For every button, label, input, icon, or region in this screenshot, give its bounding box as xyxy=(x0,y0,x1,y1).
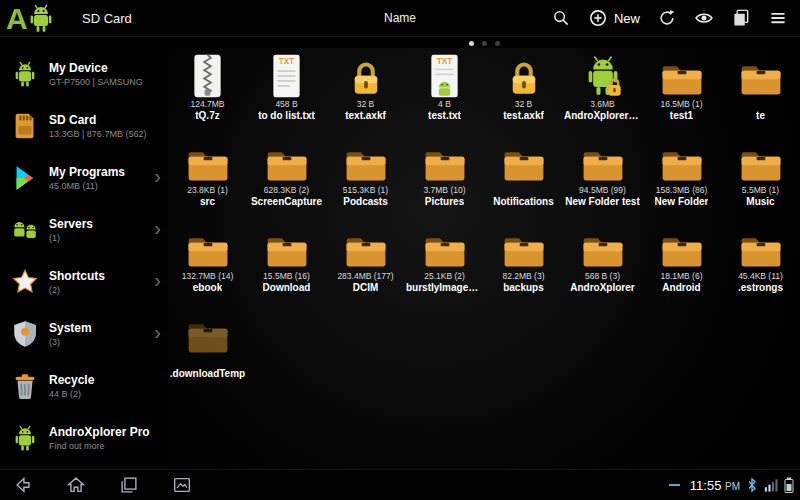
item-size: 124.7MB xyxy=(190,99,224,110)
folder-item[interactable]: 16.5MB (1)test1 xyxy=(642,48,721,134)
folder-icon xyxy=(501,221,547,271)
sidebar-item-system[interactable]: System(3)› xyxy=(0,308,168,360)
chevron-right-icon: › xyxy=(154,218,161,238)
file-item[interactable]: 32 Btest.axkf xyxy=(484,48,563,134)
folder-item[interactable]: 628.3KB (2)ScreenCapture xyxy=(247,134,326,220)
servers-icon xyxy=(10,215,40,245)
folder-item[interactable]: 82.2MB (3)backups xyxy=(484,220,563,306)
folder-icon xyxy=(343,135,389,185)
folder-item[interactable]: 5.5MB (1)Music xyxy=(721,134,800,220)
sidebar-item-text: Recycle44 B (2) xyxy=(49,373,94,399)
item-size: 32 B xyxy=(515,99,533,110)
sidebar-item-text: Shortcuts(2) xyxy=(49,269,105,295)
new-button-label: New xyxy=(614,11,640,26)
file-item[interactable]: TXT4 Btest.txt xyxy=(405,48,484,134)
status-area[interactable]: 11:55 PM xyxy=(669,477,800,493)
recents-button[interactable] xyxy=(118,474,140,496)
txt-android-icon: TXT xyxy=(428,49,461,99)
svg-text:TXT: TXT xyxy=(437,57,453,66)
sidebar-item-label: Shortcuts xyxy=(49,269,105,283)
item-size: 458 B xyxy=(275,99,297,110)
item-name: ebook xyxy=(193,282,222,294)
folder-item[interactable]: 283.4MB (177)DCIM xyxy=(326,220,405,306)
signal-icon xyxy=(764,478,778,493)
item-name: test1 xyxy=(670,110,693,122)
sdcard-icon xyxy=(10,111,40,141)
back-button[interactable] xyxy=(12,474,34,496)
sidebar-item-servers[interactable]: Servers(1)› xyxy=(0,204,168,256)
folder-item[interactable]: 515.3KB (1)Podcasts xyxy=(326,134,405,220)
file-item[interactable]: TXT458 Bto do list.txt xyxy=(247,48,326,134)
folder-item[interactable]: 25.1KB (2)burstlyImageCa... xyxy=(405,220,484,306)
trash-icon xyxy=(10,371,40,401)
sidebar-item-recycle[interactable]: Recycle44 B (2) xyxy=(0,360,168,412)
sidebar-item-sub: 44 B (2) xyxy=(49,389,94,399)
battery-icon xyxy=(784,477,794,493)
item-name: Notifications xyxy=(493,196,554,208)
file-item[interactable]: 124.7MBtQ.7z xyxy=(168,48,247,134)
folder-item[interactable]: 568 B (3)AndroXplorer xyxy=(563,220,642,306)
refresh-button[interactable] xyxy=(657,8,677,28)
folder-item[interactable]: te xyxy=(721,48,800,134)
folder-item[interactable]: Notifications xyxy=(484,134,563,220)
folder-item[interactable]: 18.1MB (6)Android xyxy=(642,220,721,306)
sidebar-item-androxplorer-pro[interactable]: AndroXplorer ProFind out more xyxy=(0,412,168,464)
page-dot-2[interactable] xyxy=(495,41,500,46)
top-bar: A SD Card Name xyxy=(0,0,800,37)
recents-icon xyxy=(118,474,140,496)
new-button[interactable]: New xyxy=(588,8,640,28)
item-size: 94.5MB (99) xyxy=(579,185,626,196)
page-dots xyxy=(168,41,800,46)
folder-item[interactable]: 158.3MB (86)New Folder xyxy=(642,134,721,220)
item-size: 568 B (3) xyxy=(585,271,620,282)
folder-icon xyxy=(580,221,626,271)
folder-item[interactable]: 15.5MB (16)Download xyxy=(247,220,326,306)
folder-icon xyxy=(738,49,784,99)
item-name: tQ.7z xyxy=(195,110,219,122)
item-name: Android xyxy=(662,282,700,294)
sidebar-item-my-device[interactable]: My DeviceGT-P7500 | SAMSUNG xyxy=(0,48,168,100)
page-dot-0[interactable] xyxy=(469,41,474,46)
folder-item[interactable]: 3.7MB (10)Pictures xyxy=(405,134,484,220)
sidebar-item-my-programs[interactable]: My Programs45.0MB (11)› xyxy=(0,152,168,204)
folder-item[interactable]: .downloadTemp xyxy=(168,306,247,392)
page-title: SD Card xyxy=(82,11,132,26)
folder-item[interactable]: 132.7MB (14)ebook xyxy=(168,220,247,306)
folder-icon xyxy=(738,135,784,185)
sidebar-item-sd-card[interactable]: SD Card13.3GB | 876.7MB (562) xyxy=(0,100,168,152)
file-item[interactable]: 32 Btext.axkf xyxy=(326,48,405,134)
sidebar-item-shortcuts[interactable]: Shortcuts(2)› xyxy=(0,256,168,308)
sidebar-item-text: Servers(1) xyxy=(49,217,93,243)
item-size: 82.2MB (3) xyxy=(502,271,544,282)
folder-icon xyxy=(738,221,784,271)
item-size: 16.5MB (1) xyxy=(660,99,702,110)
app-logo[interactable]: A xyxy=(4,0,74,36)
file-item[interactable]: 3.6MBAndroXplorerP... xyxy=(563,48,642,134)
item-size: 25.1KB (2) xyxy=(424,271,465,282)
folder-icon xyxy=(659,135,705,185)
copy-button[interactable] xyxy=(731,8,751,28)
screenshot-button[interactable] xyxy=(171,474,193,496)
folder-item[interactable]: 94.5MB (99)New Folder test xyxy=(563,134,642,220)
folder-icon xyxy=(580,135,626,185)
item-size: 45.4KB (11) xyxy=(738,271,783,282)
sidebar-item-sub: (1) xyxy=(49,233,93,243)
sidebar-item-text: AndroXplorer ProFind out more xyxy=(49,425,150,451)
item-name: te xyxy=(756,110,765,122)
lock-icon xyxy=(506,49,542,99)
folder-item[interactable]: 45.4KB (11).estrongs xyxy=(721,220,800,306)
item-name: Podcasts xyxy=(343,196,387,208)
menu-button[interactable] xyxy=(768,8,788,28)
clock: 11:55 PM xyxy=(690,478,740,493)
view-button[interactable] xyxy=(694,8,714,28)
item-name: ScreenCapture xyxy=(251,196,322,208)
page-dot-1[interactable] xyxy=(482,41,487,46)
back-icon xyxy=(12,474,34,496)
item-name: New Folder xyxy=(655,196,709,208)
chevron-right-icon: › xyxy=(154,166,161,186)
home-button[interactable] xyxy=(65,474,87,496)
folder-icon xyxy=(264,135,310,185)
notification-dash-icon xyxy=(669,484,680,486)
folder-item[interactable]: 23.8KB (1)src xyxy=(168,134,247,220)
search-button[interactable] xyxy=(551,8,571,28)
